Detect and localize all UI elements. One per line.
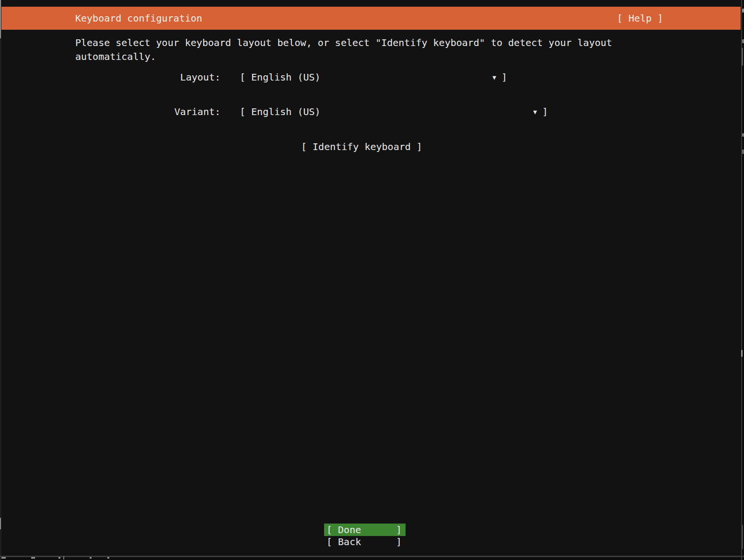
open-bracket: [ <box>326 524 332 536</box>
close-bracket: ] <box>542 106 548 117</box>
variant-label: Variant: <box>139 106 221 117</box>
chevron-down-icon: ▼ <box>492 72 496 83</box>
open-bracket: [ <box>240 106 245 117</box>
open-bracket: [ <box>240 71 245 83</box>
clipped-glyph-artifact <box>742 133 744 137</box>
right-edge-border <box>741 0 742 560</box>
variant-dropdown[interactable]: [ English (US) ▼ ] <box>240 106 548 117</box>
done-button[interactable]: [ Done ] <box>324 524 406 536</box>
bottom-edge-border <box>0 556 744 557</box>
chevron-down-icon: ▼ <box>533 106 537 118</box>
done-button-label: Done <box>338 524 361 536</box>
clipped-glyph-artifact <box>742 48 743 66</box>
back-button-label: Back <box>338 536 361 548</box>
close-bracket: ] <box>396 536 402 548</box>
open-bracket: [ <box>326 536 332 548</box>
variant-value: English (US) <box>251 106 321 117</box>
left-edge-border <box>0 0 1 560</box>
clipped-glyph-artifact <box>742 525 743 549</box>
clipped-glyph-artifact <box>31 557 35 559</box>
identify-keyboard-button[interactable]: [ Identify keyboard ] <box>301 141 422 152</box>
layout-label: Layout: <box>139 71 221 83</box>
close-bracket: ] <box>396 524 402 536</box>
left-edge-highlight-bottom <box>0 518 1 529</box>
layout-dropdown[interactable]: [ English (US) ▼ ] <box>240 71 507 83</box>
clipped-glyph-artifact <box>741 350 743 357</box>
clipped-glyph-artifact <box>58 557 60 559</box>
clipped-glyph-artifact <box>1 557 6 559</box>
header-bar: Keyboard configuration [ Help ] <box>0 7 741 30</box>
help-button[interactable]: [ Help ] <box>617 12 663 24</box>
close-bracket: ] <box>501 71 507 83</box>
intro-text-line1: Please select your keyboard layout below… <box>75 37 612 48</box>
clipped-glyph-artifact <box>742 9 744 12</box>
intro-text-line2: automatically. <box>75 51 156 62</box>
clipped-glyph-artifact <box>90 557 92 559</box>
clipped-glyph-artifact <box>63 556 64 560</box>
page-title: Keyboard configuration <box>75 12 202 24</box>
clipped-glyph-artifact <box>107 557 109 559</box>
installer-screen: Keyboard configuration [ Help ] Please s… <box>0 0 741 555</box>
clipped-glyph-artifact <box>742 39 744 43</box>
left-edge-highlight-top <box>0 0 1 38</box>
layout-value: English (US) <box>251 71 321 83</box>
back-button[interactable]: [ Back ] <box>324 536 406 548</box>
clipped-glyph-artifact <box>742 150 744 154</box>
